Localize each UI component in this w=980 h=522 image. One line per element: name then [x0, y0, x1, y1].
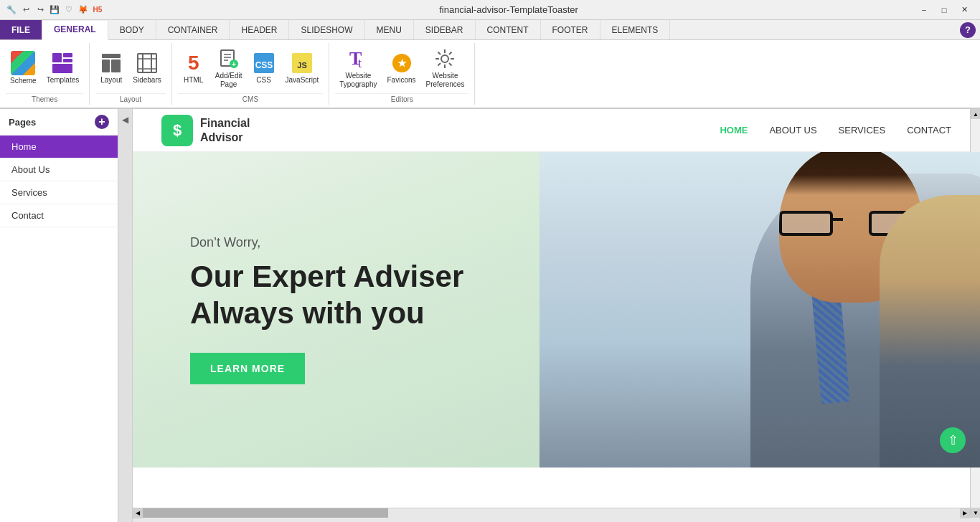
favicons-label: Favicons: [387, 76, 416, 85]
css-icon: CSS: [253, 52, 275, 75]
nav-link-services[interactable]: SERVICES: [839, 125, 886, 136]
tab-file[interactable]: FILE: [0, 20, 42, 39]
hero-title: Our Expert Adviser Always with you: [190, 259, 463, 331]
addeditpage-icon: +: [217, 47, 240, 70]
redo-icon[interactable]: ↪: [34, 4, 46, 16]
svg-line-31: [438, 52, 441, 55]
sidebar-page-services[interactable]: Services: [0, 181, 118, 204]
sidebars-button[interactable]: Sidebars: [128, 49, 165, 87]
sidebar-title: Pages: [9, 117, 36, 128]
close-button[interactable]: ✕: [954, 3, 974, 17]
sidebar-header: Pages +: [0, 109, 118, 136]
scroll-down-button[interactable]: ▼: [971, 508, 980, 518]
nav-link-about[interactable]: ABOUT US: [769, 125, 816, 136]
logo-icon: $: [161, 115, 193, 146]
website-typography-icon: T t: [347, 47, 369, 70]
templates-label: Templates: [47, 76, 80, 85]
html5-badge-icon[interactable]: H5: [92, 4, 103, 16]
tab-container[interactable]: CONTAINER: [156, 20, 230, 39]
templates-button[interactable]: Templates: [42, 49, 84, 87]
scroll-thumb[interactable]: [143, 508, 388, 518]
editors-group: T t WebsiteTypography ★ Favicons: [329, 43, 475, 105]
javascript-button[interactable]: JS JavaScript: [281, 49, 324, 87]
maximize-button[interactable]: □: [934, 3, 954, 17]
svg-line-32: [449, 63, 452, 66]
tab-slideshow[interactable]: SLIDESHOW: [289, 20, 364, 39]
svg-rect-3: [52, 64, 72, 73]
scheme-button[interactable]: Scheme: [6, 48, 41, 88]
templates-icon: [51, 52, 74, 75]
nav-link-home[interactable]: HOME: [720, 125, 748, 136]
cms-items: 5 HTML + Add/EditPage: [178, 44, 324, 92]
svg-rect-4: [102, 54, 121, 58]
sidebars-label: Sidebars: [133, 76, 161, 85]
title-bar-left: 🔧 ↩ ↪ 💾 ♡ 🦊 H5: [6, 4, 103, 16]
sidebar-page-home[interactable]: Home: [0, 136, 118, 158]
themes-group-label: Themes: [6, 93, 83, 103]
sidebar-pages: Home About Us Services Contact: [0, 136, 118, 522]
logo-line2: Advisor: [200, 131, 243, 143]
firefox-icon[interactable]: 🦊: [77, 4, 89, 16]
nav-link-contact[interactable]: CONTACT: [907, 125, 951, 136]
favicons-button[interactable]: ★ Favicons: [383, 49, 420, 87]
svg-rect-9: [151, 54, 152, 72]
collapse-icon: ◀: [122, 115, 128, 125]
javascript-label: JavaScript: [286, 76, 319, 85]
help-button[interactable]: ?: [960, 22, 976, 38]
hero-learn-more-button[interactable]: LEARN MORE: [190, 353, 305, 384]
tab-footer[interactable]: FOOTER: [541, 20, 600, 39]
tab-header[interactable]: HEADER: [230, 20, 289, 39]
editors-items: T t WebsiteTypography ★ Favicons: [335, 44, 468, 92]
tab-content[interactable]: CONTENT: [476, 20, 541, 39]
scroll-right-button[interactable]: ▶: [960, 508, 970, 518]
scroll-to-top-button[interactable]: ⇧: [940, 427, 966, 453]
hero-subtitle: Don’t Worry,: [190, 235, 463, 250]
tab-elements[interactable]: ELEMENTS: [600, 20, 671, 39]
svg-text:t: t: [358, 56, 362, 70]
svg-rect-2: [63, 59, 72, 62]
preview-nav: $ Financial Advisor HOME ABOUT US SERVIC…: [133, 109, 980, 152]
main-layout: Pages + Home About Us Services Contact ◀…: [0, 109, 980, 522]
ribbon-content: Scheme Templates Themes: [0, 40, 980, 109]
minimize-button[interactable]: −: [914, 3, 934, 17]
svg-rect-1: [63, 53, 72, 57]
layout-label: Layout: [100, 76, 122, 85]
themes-group: Scheme Templates Themes: [0, 43, 90, 105]
hero-title-line2: Always with you: [190, 296, 425, 330]
tab-body[interactable]: BODY: [108, 20, 156, 39]
css-label: CSS: [256, 76, 271, 85]
website-preferences-label: WebsitePreferences: [426, 72, 465, 89]
layout-button[interactable]: Layout: [95, 49, 127, 87]
layout-items: Layout Sidebars: [95, 44, 165, 92]
editors-group-label: Editors: [335, 93, 468, 103]
themes-items: Scheme Templates: [6, 44, 83, 92]
save-icon[interactable]: 💾: [49, 4, 60, 16]
preview-hero: Don’t Worry, Our Expert Adviser Always w…: [133, 152, 980, 468]
scroll-left-button[interactable]: ◀: [133, 508, 143, 518]
ribbon-tab-bar: FILE GENERAL BODY CONTAINER HEADER SLIDE…: [0, 20, 980, 40]
scroll-track: [143, 508, 960, 518]
tab-sidebar[interactable]: SIDEBAR: [414, 20, 476, 39]
addeditpage-button[interactable]: + Add/EditPage: [211, 44, 247, 92]
heart-icon[interactable]: ♡: [63, 4, 75, 16]
undo-icon[interactable]: ↩: [20, 4, 32, 16]
sidebar-add-button[interactable]: +: [95, 115, 109, 129]
svg-text:CSS: CSS: [255, 60, 273, 70]
sidebar-collapse-button[interactable]: ◀: [118, 109, 133, 522]
scroll-up-button[interactable]: ▲: [971, 109, 980, 119]
html-button[interactable]: 5 HTML: [178, 49, 209, 87]
website-preview: $ Financial Advisor HOME ABOUT US SERVIC…: [133, 109, 980, 518]
sidebar-page-contact[interactable]: Contact: [0, 204, 118, 227]
layout-group-label: Layout: [95, 93, 165, 103]
css-button[interactable]: CSS CSS: [248, 49, 280, 87]
website-preferences-button[interactable]: WebsitePreferences: [422, 44, 469, 92]
layout-icon: [100, 52, 123, 75]
tab-menu[interactable]: MENU: [365, 20, 414, 39]
hero-content: Don’t Worry, Our Expert Adviser Always w…: [133, 207, 521, 413]
horizontal-scrollbar: ◀ ▶: [133, 508, 970, 518]
logo-text: Financial Advisor: [200, 116, 250, 143]
svg-text:JS: JS: [297, 61, 306, 70]
sidebar-page-about[interactable]: About Us: [0, 158, 118, 181]
tab-general[interactable]: GENERAL: [42, 21, 108, 40]
website-typography-button[interactable]: T t WebsiteTypography: [335, 44, 381, 92]
